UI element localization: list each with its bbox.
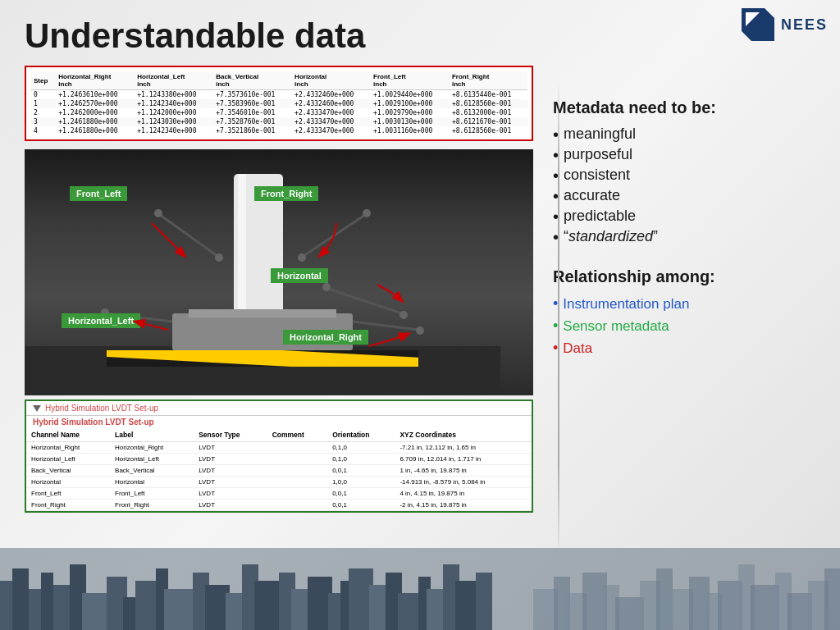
section-divider: [558, 82, 559, 558]
col-front-left: Front_Leftinch: [370, 71, 449, 90]
table-row: Back_VerticalBack_VerticalLVDT0,0,11 in,…: [26, 465, 532, 477]
col-front-right: Front_Rightinch: [449, 71, 527, 90]
svg-line-73: [328, 289, 402, 313]
sensor-data-table: Step Horizontal_Rightinch Horizontal_Lef…: [30, 71, 527, 135]
nees-logo-icon: [742, 8, 774, 41]
svg-point-79: [416, 326, 424, 335]
bullet-text: accurate: [564, 187, 620, 204]
main-content: NEES Understandable data Step Horizontal…: [0, 0, 840, 630]
front-left-label: Front_Left: [70, 186, 127, 201]
table-row: 3+1.2461880e+000+1.1243030e+000+7.352876…: [30, 117, 527, 126]
col-orientation: Orientation: [327, 428, 395, 442]
left-column: Step Horizontal_Rightinch Horizontal_Lef…: [25, 66, 533, 513]
col-step: Step: [30, 71, 55, 90]
bottom-table-header: Hybrid Simulation LVDT Set-up: [26, 401, 532, 416]
relationship-item-text: Data: [563, 340, 592, 357]
table-row: HorizontalHorizontalLVDT1,0,0-14.913 in,…: [26, 477, 532, 488]
metadata-bullet-item: •accurate: [553, 185, 815, 206]
col-h-right: Horizontal_Rightinch: [55, 71, 134, 90]
svg-point-69: [215, 253, 223, 262]
table-row: Front_LeftFront_LeftLVDT0,0,14 in, 4.15 …: [26, 488, 532, 500]
metadata-bullet-item: •“standardized”: [553, 226, 815, 247]
metadata-bullets: •meaningful•purposeful•consistent•accura…: [553, 124, 815, 247]
svg-point-75: [399, 311, 408, 319]
bottom-table-subtitle: Hybrid Simulation LVDT Set-up: [26, 416, 532, 428]
svg-point-74: [322, 283, 331, 291]
table-row: Horizontal_RightHorizontal_RightLVDT0,1,…: [26, 442, 532, 454]
col-back-vert: Back_Verticalinch: [212, 71, 291, 90]
horizontal-left-label: Horizontal_Left: [62, 313, 140, 328]
col-sensor-type: Sensor Type: [194, 428, 267, 442]
relationship-list-item: •Instrumentation plan: [553, 293, 815, 315]
metadata-bullet-item: •meaningful: [553, 124, 815, 144]
metadata-bullet-item: •consistent: [553, 165, 815, 185]
svg-line-67: [160, 215, 217, 256]
bullet-text: consistent: [564, 167, 630, 184]
table-row: 2+1.2462000e+000+1.1242000e+000+7.354601…: [30, 108, 527, 117]
relationship-item-text: Instrumentation plan: [563, 296, 689, 313]
svg-point-68: [154, 209, 162, 217]
metadata-section: Metadata need to be: •meaningful•purpose…: [553, 98, 815, 247]
bottom-table-container: Hybrid Simulation LVDT Set-up Hybrid Sim…: [25, 399, 533, 513]
logo-text: NEES: [781, 16, 828, 34]
bottom-table-header-text: Hybrid Simulation LVDT Set-up: [45, 404, 158, 413]
col-horizontal: Horizontalinch: [291, 71, 370, 90]
table-row: Front_RightFront_RightLVDT0,0,1-2 in, 4.…: [26, 500, 532, 511]
bullet-text: meaningful: [564, 126, 636, 143]
photo-background: Front_Left Front_Right Horizontal Horizo…: [25, 149, 533, 395]
horizontal-right-label: Horizontal_Right: [283, 330, 368, 345]
table-row: Horizontal_LeftHorizontal_LeftLVDT0,1,06…: [26, 454, 532, 465]
logo-area: NEES: [742, 8, 828, 41]
bullet-text: predictable: [564, 208, 636, 225]
svg-point-72: [298, 253, 306, 262]
lvdt-sensor-table: Channel Name Label Sensor Type Comment O…: [26, 428, 532, 511]
equipment-photo: Front_Left Front_Right Horizontal Horizo…: [25, 149, 533, 395]
col-h-left: Horizontal_Leftinch: [134, 71, 212, 90]
relationship-title: Relationship among:: [553, 267, 815, 286]
relationship-item-text: Sensor metadata: [563, 318, 669, 335]
metadata-title: Metadata need to be:: [553, 98, 815, 117]
bullet-text: “standardized”: [564, 228, 658, 245]
svg-point-71: [363, 209, 371, 217]
svg-line-78: [353, 322, 418, 330]
horizontal-label: Horizontal: [271, 268, 328, 283]
table-row: 4+1.2461880e+000+1.1242340e+000+7.352186…: [30, 126, 527, 135]
table-row: 0+1.2463610e+000+1.1243380e+000+7.357361…: [30, 90, 527, 100]
col-channel: Channel Name: [26, 428, 110, 442]
col-comment: Comment: [267, 428, 327, 442]
table-row: 1+1.2462570e+000+1.1242340e+000+7.358396…: [30, 99, 527, 108]
relationship-section: Relationship among: •Instrumentation pla…: [553, 267, 815, 359]
page-title: Understandable data: [25, 16, 815, 56]
bullet-text: purposeful: [564, 146, 632, 163]
svg-rect-66: [189, 309, 336, 317]
right-column: Metadata need to be: •meaningful•purpose…: [553, 98, 815, 359]
metadata-bullet-item: •predictable: [553, 206, 815, 226]
col-label: Label: [110, 428, 194, 442]
collapse-icon[interactable]: [33, 405, 41, 412]
metadata-bullet-item: •purposeful: [553, 144, 815, 165]
relationship-list-item: •Sensor metadata: [553, 315, 815, 337]
front-right-label: Front_Right: [254, 186, 318, 201]
relationship-list: •Instrumentation plan•Sensor metadata•Da…: [553, 293, 815, 359]
data-table-container: Step Horizontal_Rightinch Horizontal_Lef…: [25, 66, 533, 141]
col-xyz: XYZ Coordinates: [395, 428, 532, 442]
svg-line-70: [304, 215, 365, 256]
relationship-list-item: •Data: [553, 337, 815, 359]
